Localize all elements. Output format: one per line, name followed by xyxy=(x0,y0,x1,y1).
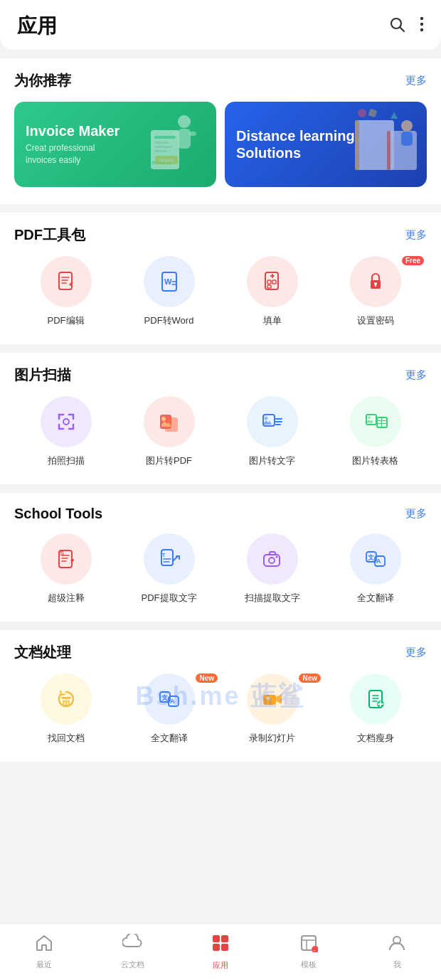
svg-marker-25 xyxy=(390,112,398,119)
svg-text:A: A xyxy=(170,698,175,705)
svg-rect-68 xyxy=(263,695,276,705)
doc-process-grid: 找回文档 文 A New 全文翻译 xyxy=(14,673,427,745)
doc-process-header: 文档处理 更多 xyxy=(14,643,427,662)
record-slide-item[interactable]: New 录制幻灯片 xyxy=(220,673,324,745)
nav-cloud-label: 云文档 xyxy=(121,959,144,970)
annotation-item[interactable]: S 超级注释 xyxy=(14,533,117,604)
pdf-form-icon-circle xyxy=(247,256,298,307)
record-icon-circle xyxy=(247,673,298,725)
user-icon xyxy=(388,934,406,957)
image-scan-title: 图片扫描 xyxy=(14,366,71,385)
doc-process-more[interactable]: 更多 xyxy=(405,646,427,659)
svg-rect-24 xyxy=(368,109,378,118)
home-icon xyxy=(35,934,53,957)
school-tools-title: School Tools xyxy=(14,506,102,522)
img-txt-icon-circle xyxy=(247,396,298,447)
translate-item[interactable]: 文 A 全文翻译 xyxy=(324,533,427,604)
svg-text:W: W xyxy=(164,277,172,286)
pdf-tools-header: PDF工具包 更多 xyxy=(14,225,427,245)
image-scan-header: 图片扫描 更多 xyxy=(14,366,427,385)
nav-recent[interactable]: 最近 xyxy=(0,934,88,970)
svg-point-3 xyxy=(420,23,423,26)
pdf-extract-item[interactable]: T PDF提取文字 xyxy=(117,533,220,604)
translate2-new-badge: New xyxy=(196,673,218,683)
nav-apps-label: 应用 xyxy=(213,960,228,971)
svg-rect-31 xyxy=(272,280,276,284)
image-scan-more[interactable]: 更多 xyxy=(405,368,427,382)
pdf-form-item[interactable]: 填单 xyxy=(220,256,324,327)
svg-rect-42 xyxy=(366,415,376,425)
main-content: 为你推荐 更多 Invoice Maker Creat professional… xyxy=(0,58,441,826)
svg-line-1 xyxy=(400,28,405,32)
school-tools-section: School Tools 更多 S 超级注释 xyxy=(0,493,441,622)
school-tools-header: School Tools 更多 xyxy=(14,506,427,522)
svg-text:S: S xyxy=(60,550,64,557)
invoice-banner-title: Invoice Maker xyxy=(26,122,205,139)
pdf-tools-title: PDF工具包 xyxy=(14,225,85,245)
cloud-icon xyxy=(122,934,142,957)
img-tbl-icon-circle xyxy=(350,396,401,447)
distance-learning-banner[interactable]: Distance learningSolutions xyxy=(225,102,427,187)
svg-rect-30 xyxy=(267,280,271,284)
slim-doc-item[interactable]: 文档瘦身 xyxy=(324,673,427,745)
svg-point-54 xyxy=(275,556,277,558)
translate2-icon-circle: 文 A xyxy=(144,673,195,725)
record-new-badge: New xyxy=(299,673,321,683)
school-tools-grid: S 超级注释 T PDF提取文字 xyxy=(14,533,427,604)
pdf-edit-label: PDF编辑 xyxy=(48,314,85,327)
svg-text:文: 文 xyxy=(161,694,168,701)
img-pdf-item[interactable]: 图片转PDF xyxy=(117,396,220,467)
school-tools-more[interactable]: 更多 xyxy=(405,507,427,521)
nav-templates-label: 模板 xyxy=(301,959,317,970)
img-tbl-item[interactable]: 图片转表格 xyxy=(324,396,427,467)
pdf-tools-more[interactable]: 更多 xyxy=(405,228,427,242)
svg-point-53 xyxy=(269,558,275,563)
svg-rect-75 xyxy=(221,944,228,951)
pdf-extract-icon-circle: T xyxy=(144,533,195,585)
pdf-lock-label: 设置密码 xyxy=(357,314,394,327)
slim-icon-circle xyxy=(350,673,401,725)
annotation-icon-circle: S xyxy=(41,533,92,585)
cam-scan-item[interactable]: 拍照扫描 xyxy=(14,396,117,467)
invoice-maker-banner[interactable]: Invoice Maker Creat professionalinvoices… xyxy=(14,102,216,187)
image-scan-section: 图片扫描 更多 拍照扫描 xyxy=(0,353,441,484)
pdf-lock-item[interactable]: Free 设置密码 xyxy=(324,256,427,327)
pdf-edit-item[interactable]: PDF编辑 xyxy=(14,256,117,327)
svg-point-41 xyxy=(264,417,267,420)
recommended-more[interactable]: 更多 xyxy=(405,74,427,87)
svg-point-43 xyxy=(368,416,371,419)
app-header: 应用 xyxy=(0,0,441,50)
header-actions xyxy=(388,16,424,37)
nav-me-label: 我 xyxy=(393,959,401,970)
translate2-label: 全文翻译 xyxy=(151,732,188,745)
svg-rect-59 xyxy=(63,698,70,706)
scan-extract-item[interactable]: 扫描提取文字 xyxy=(220,533,324,604)
distance-banner-title: Distance learningSolutions xyxy=(236,127,415,161)
nav-me[interactable]: 我 xyxy=(353,934,441,970)
invoice-banner-sub: Creat professionalinvoices easily xyxy=(26,142,205,166)
recommended-section: 为你推荐 更多 Invoice Maker Creat professional… xyxy=(0,58,441,204)
search-icon[interactable] xyxy=(388,16,405,37)
recommended-header: 为你推荐 更多 xyxy=(14,71,427,90)
pdf-tools-grid: PDF编辑 W PDF转Word xyxy=(14,256,427,327)
translate-label: 全文翻译 xyxy=(357,592,394,604)
img-txt-item[interactable]: 图片转文字 xyxy=(220,396,324,467)
translate2-item[interactable]: 文 A New 全文翻译 xyxy=(117,673,220,745)
svg-rect-72 xyxy=(213,935,220,942)
recover-icon-circle xyxy=(41,673,92,725)
nav-cloud[interactable]: 云文档 xyxy=(88,934,176,970)
nav-templates[interactable]: · 模板 xyxy=(265,934,353,970)
slim-doc-label: 文档瘦身 xyxy=(357,732,394,745)
free-badge: Free xyxy=(402,256,424,265)
img-pdf-icon-circle xyxy=(144,396,195,447)
nav-apps[interactable]: 应用 xyxy=(176,933,265,971)
pdf-word-item[interactable]: W PDF转Word xyxy=(117,256,220,327)
svg-rect-74 xyxy=(213,944,220,951)
translate-icon-circle: 文 A xyxy=(350,533,401,585)
nav-recent-label: 最近 xyxy=(36,959,52,970)
cam-scan-icon-circle xyxy=(41,396,92,447)
recover-item[interactable]: 找回文档 xyxy=(14,673,117,745)
svg-point-2 xyxy=(420,17,423,20)
svg-point-36 xyxy=(63,419,69,425)
more-icon[interactable] xyxy=(420,16,424,37)
